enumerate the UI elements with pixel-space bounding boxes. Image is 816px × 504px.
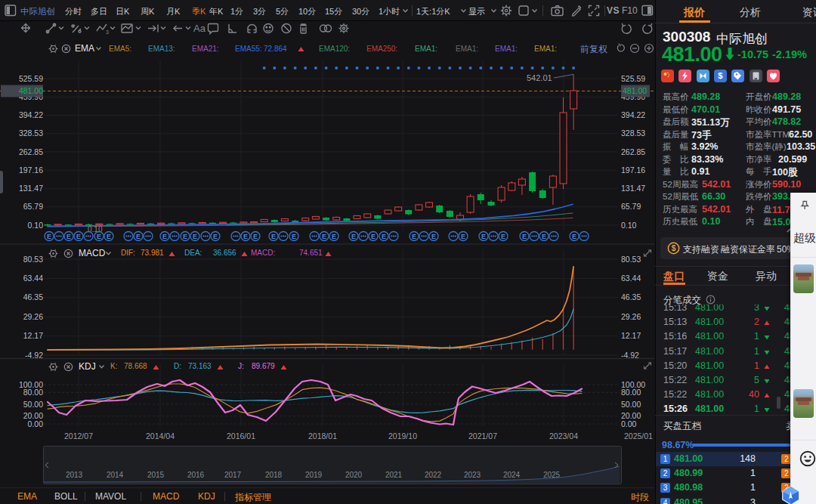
svg-text:0.10: 0.10: [621, 221, 637, 230]
svg-text:E: E: [431, 233, 436, 240]
svg-text:E: E: [412, 233, 416, 240]
svg-text:525.59: 525.59: [621, 74, 645, 83]
svg-text:E: E: [136, 233, 141, 240]
svg-text:E: E: [461, 233, 465, 240]
svg-text:E: E: [322, 233, 326, 240]
svg-text:-4.92: -4.92: [25, 351, 43, 360]
svg-text:394.22: 394.22: [19, 110, 43, 119]
svg-text:197.16: 197.16: [621, 165, 645, 175]
svg-text:65.79: 65.79: [621, 202, 641, 211]
svg-text:E: E: [292, 233, 296, 240]
svg-text:46.35: 46.35: [23, 292, 43, 301]
svg-text:E: E: [371, 233, 376, 240]
svg-text:80.00: 80.00: [23, 388, 43, 397]
svg-text:0.00: 0.00: [28, 419, 44, 428]
svg-text:2024: 2024: [503, 471, 521, 479]
svg-text:Aa: Aa: [193, 23, 206, 34]
svg-text:63.44: 63.44: [23, 274, 43, 283]
svg-text:131.47: 131.47: [19, 184, 43, 193]
svg-text:E: E: [107, 233, 111, 240]
svg-text:2023: 2023: [464, 471, 481, 479]
svg-text:2014/04: 2014/04: [146, 431, 175, 441]
svg-text:3: 3: [106, 29, 109, 35]
svg-text:29.26: 29.26: [621, 312, 641, 321]
svg-text:E: E: [271, 233, 276, 240]
svg-text:328.53: 328.53: [19, 128, 43, 138]
svg-text:E: E: [47, 233, 51, 240]
svg-text:E: E: [351, 233, 356, 240]
svg-text:2017: 2017: [224, 471, 242, 479]
svg-text:0.00: 0.00: [621, 419, 637, 428]
svg-text:E: E: [522, 233, 527, 240]
svg-text:2013: 2013: [66, 471, 83, 479]
svg-text:525.59: 525.59: [19, 74, 43, 83]
svg-text:0.10: 0.10: [28, 221, 44, 230]
svg-text:-4.92: -4.92: [621, 351, 639, 360]
svg-text:2021: 2021: [385, 471, 403, 479]
svg-text:E: E: [542, 233, 546, 240]
svg-text:131.47: 131.47: [621, 184, 645, 193]
svg-text:262.85: 262.85: [621, 147, 645, 156]
svg-text:2016: 2016: [187, 471, 205, 479]
svg-text:E: E: [481, 233, 486, 240]
svg-text:2016/01: 2016/01: [227, 431, 255, 441]
svg-text:80.53: 80.53: [621, 255, 641, 264]
svg-text:E: E: [501, 233, 505, 240]
svg-text:2023/04: 2023/04: [549, 431, 578, 441]
svg-text:2015: 2015: [147, 471, 165, 479]
svg-text:E: E: [382, 233, 386, 240]
svg-text:481.00: 481.00: [623, 86, 647, 95]
svg-text:80.00: 80.00: [621, 388, 641, 397]
svg-text:E: E: [76, 233, 81, 240]
svg-text:2020: 2020: [345, 471, 363, 479]
svg-text:2014: 2014: [107, 471, 124, 479]
svg-text:E: E: [66, 233, 71, 240]
svg-text:80.53: 80.53: [23, 255, 43, 264]
svg-text:50.00: 50.00: [23, 400, 43, 409]
svg-text:2018: 2018: [265, 471, 283, 479]
svg-text:E: E: [253, 233, 258, 240]
svg-text:394.22: 394.22: [621, 110, 645, 119]
svg-text:262.85: 262.85: [19, 147, 43, 156]
svg-text:E: E: [332, 233, 336, 240]
svg-text:$: $: [672, 244, 676, 252]
svg-text:2012/07: 2012/07: [64, 431, 93, 441]
svg-text:542.01: 542.01: [527, 73, 552, 82]
svg-text:E: E: [243, 233, 248, 240]
svg-text:2019/10: 2019/10: [388, 431, 417, 441]
svg-text:328.53: 328.53: [621, 128, 645, 138]
svg-text:E: E: [97, 233, 101, 240]
svg-text:12.17: 12.17: [23, 331, 43, 340]
svg-text:63.44: 63.44: [621, 274, 641, 283]
svg-text:2021/07: 2021/07: [468, 431, 497, 441]
svg-text:E: E: [213, 233, 218, 240]
svg-text:50.00: 50.00: [621, 400, 641, 409]
svg-text:29.26: 29.26: [23, 312, 43, 321]
svg-text:65.79: 65.79: [23, 202, 43, 211]
svg-text:2022: 2022: [425, 471, 442, 479]
svg-text:2018/01: 2018/01: [308, 431, 337, 441]
svg-text:2019: 2019: [305, 471, 323, 479]
svg-text:481.00: 481.00: [19, 86, 43, 95]
svg-text:12.17: 12.17: [621, 331, 641, 340]
svg-text:197.16: 197.16: [19, 165, 43, 175]
svg-text:E: E: [162, 233, 167, 240]
svg-text:E: E: [193, 233, 197, 240]
svg-text:46.35: 46.35: [621, 292, 641, 301]
svg-text:E: E: [572, 233, 576, 240]
svg-text:E: E: [183, 233, 187, 240]
